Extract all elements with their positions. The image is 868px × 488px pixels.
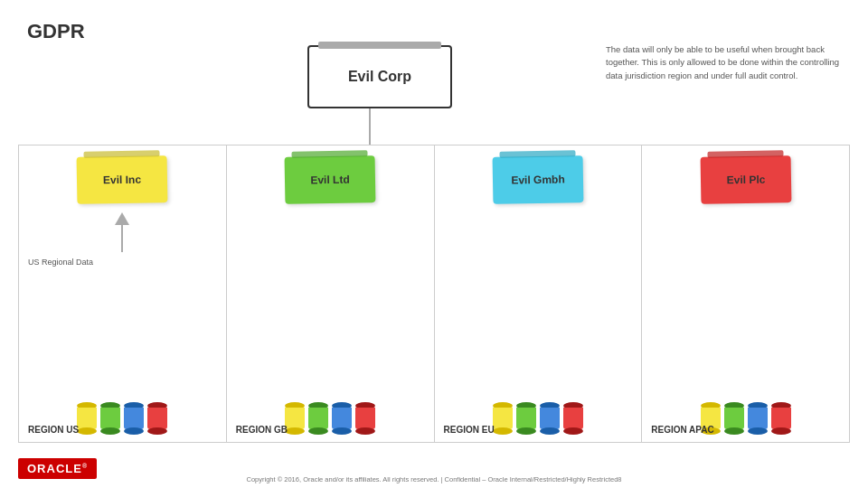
footer-copyright: Copyright © 2016, Oracle and/or its affi… bbox=[0, 475, 868, 483]
cylinder-red-apac bbox=[771, 402, 791, 435]
region-label-apac: REGION APAC bbox=[651, 425, 713, 435]
cylinder-red-eu bbox=[563, 402, 583, 435]
region-label-gb: REGION GB bbox=[236, 425, 288, 435]
cylinder-yellow-eu bbox=[493, 402, 513, 435]
regional-data-label-us: US Regional Data bbox=[28, 258, 93, 267]
region-col-apac: Evil Plc REGION A bbox=[642, 145, 849, 442]
arrow-up-icon bbox=[115, 212, 129, 225]
arrow-us bbox=[115, 212, 129, 252]
cylinders-gb bbox=[285, 397, 375, 435]
entity-evil-inc: Evil Inc bbox=[77, 155, 168, 204]
cylinder-red bbox=[147, 402, 167, 435]
cylinder-blue bbox=[124, 402, 144, 435]
cylinder-green bbox=[100, 402, 120, 435]
arrow-line bbox=[121, 225, 123, 252]
description-text: The data will only be able to be useful … bbox=[606, 43, 841, 82]
region-col-eu: Evil Gmbh REGION bbox=[435, 145, 643, 442]
cylinder-green-eu bbox=[516, 402, 536, 435]
cylinders-us bbox=[77, 397, 167, 435]
entity-evil-plc: Evil Plc bbox=[700, 155, 791, 204]
region-label-eu: REGION EU bbox=[444, 425, 495, 435]
main-grid: Evil Inc US Regional Data bbox=[18, 145, 850, 443]
region-col-us: Evil Inc US Regional Data bbox=[19, 145, 227, 442]
cylinder-yellow-gb bbox=[285, 402, 305, 435]
region-label-us: REGION US bbox=[28, 425, 79, 435]
evil-corp-label: Evil Corp bbox=[348, 69, 411, 85]
entity-evil-ltd: Evil Ltd bbox=[285, 155, 376, 204]
cylinder-blue-apac bbox=[748, 402, 768, 435]
cylinder-blue-gb bbox=[332, 402, 352, 435]
evil-corp-container: Evil Corp bbox=[298, 45, 461, 108]
cylinder-blue-eu bbox=[540, 402, 560, 435]
region-col-gb: Evil Ltd REGION G bbox=[227, 145, 435, 442]
cylinders-eu bbox=[493, 397, 583, 435]
connector-line bbox=[369, 108, 371, 145]
cylinder-green-apac bbox=[724, 402, 744, 435]
entity-evil-gmbh: Evil Gmbh bbox=[492, 155, 583, 204]
cylinder-red-gb bbox=[355, 402, 375, 435]
page-title: GDPR bbox=[27, 20, 85, 43]
cylinder-yellow bbox=[77, 402, 97, 435]
cylinder-green-gb bbox=[308, 402, 328, 435]
evil-corp-box: Evil Corp bbox=[307, 45, 452, 108]
